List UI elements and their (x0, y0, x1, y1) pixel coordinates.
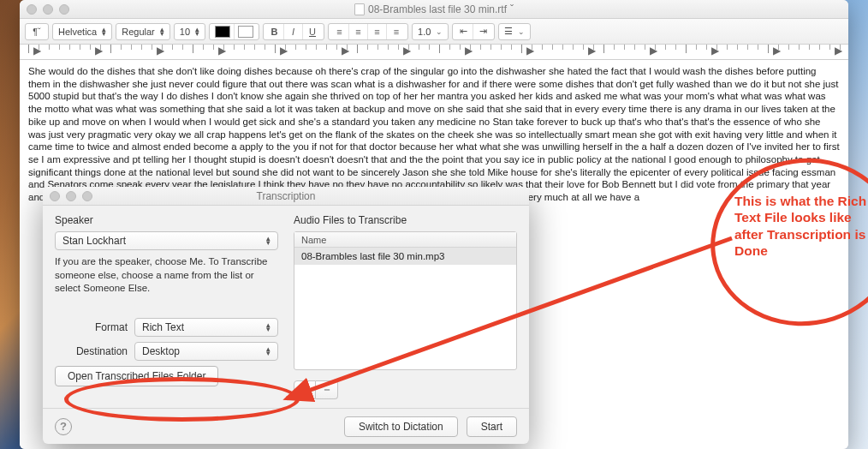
speaker-label: Speaker (55, 214, 278, 226)
sheet-traffic-lights (50, 191, 92, 201)
style-buttons[interactable]: ¶ˇ (25, 23, 49, 40)
paragraph-styles-icon[interactable]: ¶ˇ (27, 24, 46, 39)
document-icon (354, 3, 365, 15)
destination-row: Destination Desktop ▴▾ (55, 342, 278, 361)
minimize-icon[interactable] (66, 191, 76, 201)
biu-group: B I U (263, 23, 324, 40)
audio-file-row[interactable]: 08-Brambles last file 30 min.mp3 (294, 248, 516, 265)
audio-list-header: Name (294, 232, 516, 248)
start-label: Start (481, 421, 502, 433)
switch-to-dictation-button[interactable]: Switch to Dictation (344, 416, 458, 437)
ruler[interactable]: ▶▶▶▶▶▶▶▶▶▶▶▶▶▶ (20, 45, 848, 60)
switch-label: Switch to Dictation (359, 421, 443, 433)
sheet-titlebar: Transcription (43, 187, 529, 206)
font-style-select[interactable]: Regular ▴▾ (116, 23, 170, 40)
align-justify-icon[interactable]: ≡ (387, 24, 406, 39)
destination-label: Destination (55, 345, 128, 357)
add-file-button[interactable]: ＋ (294, 380, 316, 399)
open-transcribed-folder-button[interactable]: Open Transcribed Files Folder (55, 366, 218, 386)
sheet-title-text: Transcription (257, 190, 316, 202)
font-size-value: 10 (180, 27, 190, 37)
sheet-footer: ? Switch to Dictation Start (43, 408, 529, 444)
list-style-icon: ☰ (504, 26, 513, 37)
font-family-select[interactable]: Helvetica ▴▾ (52, 23, 112, 40)
edited-marker: ˇ (510, 3, 514, 15)
sheet-body: Speaker Stan Lockhart ▴▾ If you are the … (43, 206, 529, 408)
add-remove-group: ＋ － (294, 380, 517, 399)
right-column: Audio Files to Transcribe Name 08-Brambl… (294, 214, 517, 399)
outdent-icon[interactable]: ⇤ (455, 24, 473, 39)
align-group: ≡ ≡ ≡ ≡ (328, 23, 408, 40)
destination-select[interactable]: Desktop ▴▾ (134, 342, 278, 361)
open-folder-label: Open Transcribed Files Folder (68, 370, 205, 382)
speaker-value: Stan Lockhart (62, 235, 126, 247)
format-select[interactable]: Rich Text ▴▾ (134, 318, 278, 337)
audio-label: Audio Files to Transcribe (294, 214, 517, 226)
zoom-icon[interactable] (82, 191, 92, 201)
help-icon[interactable]: ? (55, 418, 72, 435)
font-family-value: Helvetica (58, 27, 97, 37)
color-swatches (209, 23, 259, 40)
audio-file-list[interactable]: Name 08-Brambles last file 30 min.mp3 (294, 231, 517, 370)
text-color-swatch[interactable] (211, 24, 235, 39)
italic-button[interactable]: I (284, 24, 303, 39)
align-right-icon[interactable]: ≡ (368, 24, 387, 39)
speaker-help-text: If you are the speaker, choose Me. To Tr… (55, 255, 278, 296)
line-spacing-value: 1.0 (418, 27, 431, 37)
font-style-value: Regular (122, 27, 155, 37)
window-title: 08-Brambles last file 30 min.rtf ˇ (20, 3, 848, 15)
line-spacing-select[interactable]: 1.0 ⌄ (412, 23, 449, 40)
list-group: ⇤ ⇥ (452, 23, 495, 40)
align-left-icon[interactable]: ≡ (330, 24, 349, 39)
transcription-window: Transcription Speaker Stan Lockhart ▴▾ I… (43, 187, 529, 444)
indent-icon[interactable]: ⇥ (473, 24, 492, 39)
toolbar: ¶ˇ Helvetica ▴▾ Regular ▴▾ 10 ▴▾ B I U ≡… (20, 19, 848, 45)
bg-color-swatch[interactable] (235, 24, 257, 39)
bold-button[interactable]: B (265, 24, 284, 39)
format-label: Format (55, 321, 128, 333)
close-icon[interactable] (50, 191, 60, 201)
list-style-select[interactable]: ☰ ⌄ (498, 23, 531, 40)
left-column: Speaker Stan Lockhart ▴▾ If you are the … (55, 214, 278, 399)
align-center-icon[interactable]: ≡ (349, 24, 368, 39)
start-button[interactable]: Start (467, 416, 517, 437)
titlebar: 08-Brambles last file 30 min.rtf ˇ (20, 0, 848, 19)
document-body[interactable]: She would do the dishes that she don't l… (28, 65, 840, 204)
window-title-text: 08-Brambles last file 30 min.rtf (368, 3, 507, 15)
font-size-select[interactable]: 10 ▴▾ (174, 23, 205, 40)
speaker-select[interactable]: Stan Lockhart ▴▾ (55, 231, 278, 250)
format-value: Rich Text (142, 321, 184, 333)
footer-buttons: Switch to Dictation Start (344, 416, 517, 437)
format-row: Format Rich Text ▴▾ (55, 318, 278, 337)
destination-value: Desktop (142, 345, 180, 357)
underline-button[interactable]: U (303, 24, 322, 39)
remove-file-button[interactable]: － (316, 380, 338, 399)
